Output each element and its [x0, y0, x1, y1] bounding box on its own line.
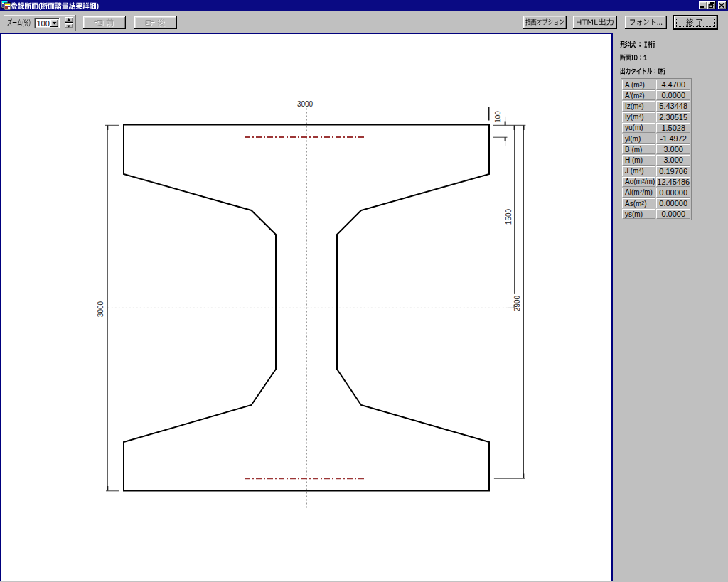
svg-text:2900: 2900: [513, 295, 521, 311]
svg-text:3000: 3000: [297, 100, 314, 108]
svg-text:3000: 3000: [97, 301, 105, 317]
svg-text:1500: 1500: [505, 208, 513, 225]
svg-text:100: 100: [494, 111, 502, 123]
